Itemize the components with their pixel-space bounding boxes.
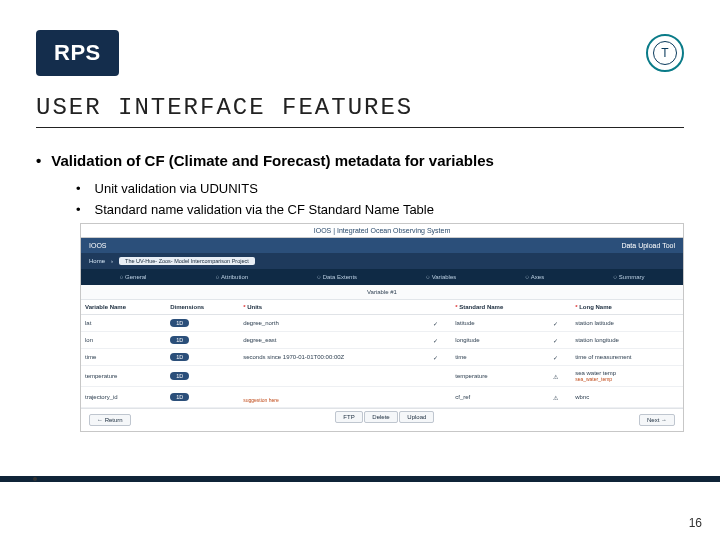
- rps-logo: RPS: [36, 30, 119, 76]
- warn-icon: ⚠: [549, 366, 572, 387]
- check-icon: ✓: [549, 315, 572, 332]
- col-units: Units: [239, 300, 429, 315]
- bullet-sub-2: • Standard name validation via the CF St…: [76, 202, 684, 217]
- ioos-brand: IOOS | Integrated Ocean Observing System: [81, 224, 683, 238]
- page-title: USER INTERFACE FEATURES: [36, 94, 684, 128]
- step-attribution[interactable]: Attribution: [215, 274, 248, 280]
- col-dimensions: Dimensions: [166, 300, 239, 315]
- table-row: lat 1D degree_north ✓ latitude ✓ station…: [81, 315, 683, 332]
- table-row: lon 1D degree_east ✓ longitude ✓ station…: [81, 332, 683, 349]
- check-icon: ✓: [549, 349, 572, 366]
- back-button[interactable]: ← Return: [89, 414, 131, 426]
- header-round-icon: T: [646, 34, 684, 72]
- step-general[interactable]: General: [119, 274, 146, 280]
- table-row: trajectory_id 1D suggestion here cf_ref …: [81, 387, 683, 408]
- suggestion: sea_water_temp: [575, 376, 612, 382]
- check-icon: ✓: [429, 332, 452, 349]
- col-long-name: Long Name: [571, 300, 683, 315]
- check-icon: ✓: [429, 315, 452, 332]
- suggestion: suggestion here: [243, 397, 279, 403]
- next-button[interactable]: Next →: [639, 414, 675, 426]
- table-row: temperature 1D temperature ⚠ sea water t…: [81, 366, 683, 387]
- delete-button[interactable]: Delete: [364, 411, 397, 423]
- page-number: 16: [689, 516, 702, 530]
- check-icon: [429, 366, 452, 387]
- bullet-marker: •: [76, 202, 81, 217]
- check-icon: ✓: [549, 332, 572, 349]
- bullet-main-text: Validation of CF (Climate and Forecast) …: [51, 152, 494, 169]
- step-summary[interactable]: Summary: [613, 274, 644, 280]
- col-variable-name: Variable Name: [81, 300, 166, 315]
- check-icon: ✓: [429, 349, 452, 366]
- breadcrumb: Home › The UV-Hue- Zoos- Model Intercomp…: [81, 253, 683, 269]
- embedded-screenshot: IOOS | Integrated Ocean Observing System…: [80, 223, 684, 432]
- footer-dot: [33, 477, 37, 481]
- warn-icon: ⚠: [549, 387, 572, 408]
- step-variables[interactable]: Variables: [426, 274, 456, 280]
- bullet-marker: •: [76, 181, 81, 196]
- bullet-marker: •: [36, 152, 41, 169]
- bullet-sub-2-text: Standard name validation via the CF Stan…: [95, 202, 434, 217]
- ioos-appbar: IOOS Data Upload Tool: [81, 238, 683, 253]
- footer-divider: [0, 476, 720, 482]
- breadcrumb-project[interactable]: The UV-Hue- Zoos- Model Intercomparison …: [119, 257, 255, 265]
- wizard-steps: General Attribution Data Extents Variabl…: [81, 269, 683, 285]
- upload-button[interactable]: Upload: [399, 411, 434, 423]
- bullet-sub-1: • Unit validation via UDUNITS: [76, 181, 684, 196]
- ioos-appbar-right: Data Upload Tool: [621, 242, 675, 249]
- home-icon[interactable]: Home: [89, 258, 105, 264]
- table-row: time 1D seconds since 1970-01-01T00:00:0…: [81, 349, 683, 366]
- bullet-sub-1-text: Unit validation via UDUNITS: [95, 181, 258, 196]
- col-standard-name: Standard Name: [451, 300, 548, 315]
- wizard-footer: ← Return FTP Delete Upload Next →: [81, 408, 683, 431]
- ftp-button[interactable]: FTP: [335, 411, 362, 423]
- step-data-extents[interactable]: Data Extents: [317, 274, 357, 280]
- step-axes[interactable]: Axes: [525, 274, 544, 280]
- ioos-appbar-left: IOOS: [89, 242, 107, 249]
- bullet-main: • Validation of CF (Climate and Forecast…: [36, 152, 684, 169]
- variables-table: Variable Name Dimensions Units Standard …: [81, 300, 683, 408]
- header-round-icon-inner: T: [653, 41, 677, 65]
- check-icon: [429, 387, 452, 408]
- variable-tab[interactable]: Variable #1: [81, 285, 683, 300]
